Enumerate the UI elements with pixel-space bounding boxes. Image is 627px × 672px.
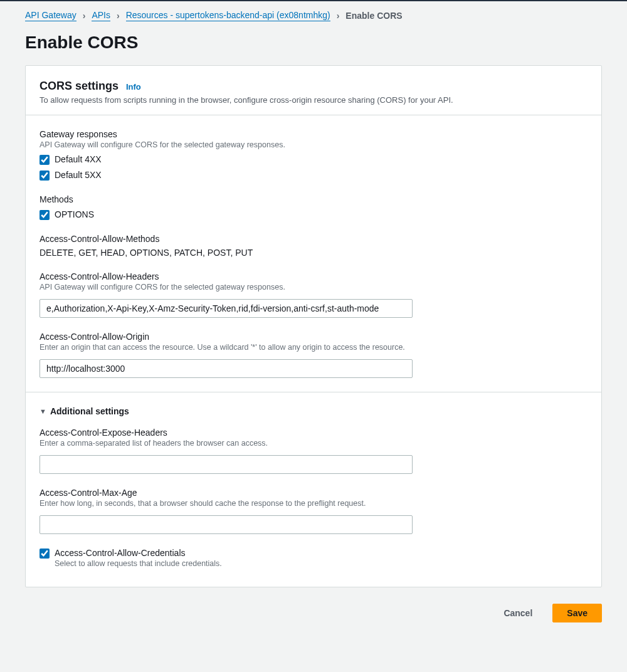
- options-method-label: OPTIONS: [55, 209, 94, 219]
- breadcrumb-api-gateway[interactable]: API Gateway: [25, 10, 76, 21]
- allow-headers-hint: API Gateway will configure CORS for the …: [40, 283, 587, 291]
- gateway-responses-title: Gateway responses: [40, 129, 587, 139]
- expose-headers-title: Access-Control-Expose-Headers: [40, 428, 587, 438]
- allow-credentials-checkbox[interactable]: [40, 549, 50, 559]
- allow-headers-title: Access-Control-Allow-Headers: [40, 271, 587, 281]
- default-4xx-checkbox[interactable]: [40, 155, 50, 165]
- breadcrumb-apis[interactable]: APIs: [92, 10, 110, 21]
- breadcrumb: API Gateway › APIs › Resources - superto…: [0, 1, 627, 28]
- page-title: Enable CORS: [0, 28, 627, 65]
- cancel-button[interactable]: Cancel: [490, 604, 546, 622]
- default-5xx-label: Default 5XX: [55, 170, 102, 180]
- caret-down-icon: ▼: [40, 407, 46, 415]
- chevron-right-icon: ›: [337, 11, 340, 21]
- chevron-right-icon: ›: [117, 11, 120, 21]
- breadcrumb-resources[interactable]: Resources - supertokens-backend-api (ex0…: [126, 10, 330, 21]
- cors-settings-panel: CORS settings Info To allow requests fro…: [25, 65, 602, 587]
- info-link[interactable]: Info: [126, 82, 141, 92]
- additional-settings-label: Additional settings: [50, 406, 129, 416]
- allow-credentials-label: Access-Control-Allow-Credentials: [55, 548, 186, 558]
- save-button[interactable]: Save: [552, 604, 602, 622]
- panel-title: CORS settings: [40, 80, 119, 93]
- allow-origin-hint: Enter an origin that can access the reso…: [40, 343, 587, 352]
- chevron-right-icon: ›: [83, 11, 86, 21]
- max-age-title: Access-Control-Max-Age: [40, 488, 587, 498]
- options-method-checkbox[interactable]: [40, 210, 50, 220]
- additional-settings-toggle[interactable]: ▼ Additional settings: [40, 406, 587, 416]
- default-5xx-checkbox[interactable]: [40, 171, 50, 181]
- allow-headers-input[interactable]: [40, 299, 413, 318]
- panel-description: To allow requests from scripts running i…: [40, 95, 587, 105]
- form-actions: Cancel Save: [0, 587, 627, 648]
- max-age-hint: Enter how long, in seconds, that a brows…: [40, 499, 587, 508]
- default-4xx-label: Default 4XX: [55, 154, 102, 164]
- allow-origin-title: Access-Control-Allow-Origin: [40, 332, 587, 342]
- expose-headers-hint: Enter a comma-separated list of headers …: [40, 439, 587, 448]
- methods-title: Methods: [40, 194, 587, 204]
- panel-header: CORS settings Info To allow requests fro…: [26, 66, 601, 115]
- breadcrumb-current: Enable CORS: [345, 11, 402, 21]
- gateway-responses-hint: API Gateway will configure CORS for the …: [40, 140, 587, 149]
- max-age-input[interactable]: [40, 515, 413, 534]
- allow-methods-title: Access-Control-Allow-Methods: [40, 234, 587, 244]
- allow-credentials-hint: Select to allow requests that include cr…: [55, 559, 222, 568]
- allow-origin-input[interactable]: [40, 359, 413, 378]
- expose-headers-input[interactable]: [40, 455, 413, 474]
- allow-methods-value: DELETE, GET, HEAD, OPTIONS, PATCH, POST,…: [40, 248, 587, 258]
